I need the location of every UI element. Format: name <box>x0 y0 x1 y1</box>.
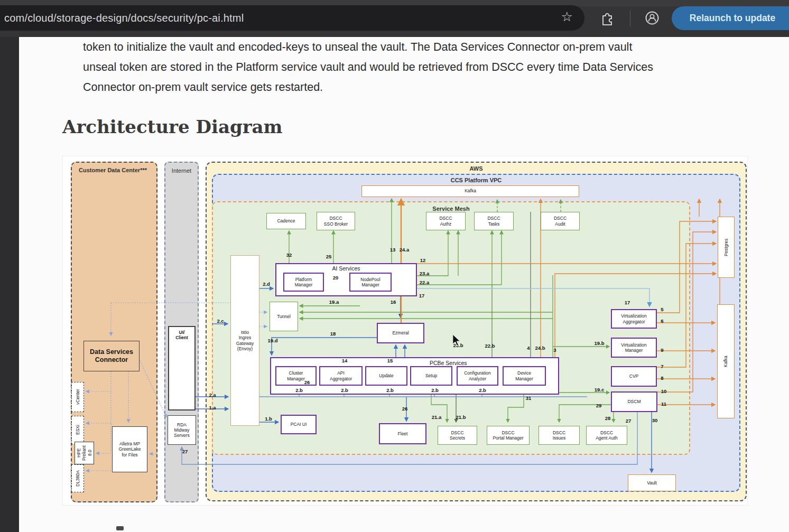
dscc-tasks-node: DSCC Tasks <box>474 212 514 230</box>
bookmark-star-icon[interactable]: ☆ <box>561 9 573 24</box>
istio-ingress-gateway-node: Istio Ingres Gateway (Envoy) <box>230 255 259 426</box>
vcenter-node: vCenter <box>71 382 84 412</box>
dscm-node: DSCM <box>611 391 657 412</box>
section-heading: Architecture Diagram <box>62 116 283 137</box>
edge-label-9: 9 <box>661 347 663 353</box>
cut-off-text <box>116 526 124 530</box>
edge-label-23.a: 23.a <box>420 270 430 276</box>
update-node: Update <box>365 366 407 386</box>
edge-label-26: 26 <box>304 379 310 385</box>
edge-label-2.b: 2.b <box>341 387 348 393</box>
edge-label-19.d: 19.d <box>267 338 277 343</box>
dscc-audit-node: DSCC Audit <box>541 212 580 230</box>
browser-toolbar: com/cloud/storage-design/docs/security/p… <box>0 0 789 37</box>
edge-label-10: 10 <box>661 388 667 394</box>
hpe-proliant-node: HPE Proliant 8.0 <box>75 442 94 464</box>
edge-label-2.b: 2.b <box>479 387 486 393</box>
left-dark-sidebar <box>0 37 19 532</box>
cadence-node: Cadence <box>266 213 306 229</box>
relaunch-button[interactable]: Relaunch to update <box>672 6 789 30</box>
edge-label-26: 26 <box>402 406 408 412</box>
fleet-node: Fleet <box>379 423 426 444</box>
body-paragraph: token to initialize the vault and encode… <box>83 37 765 97</box>
edge-label-16: 16 <box>391 299 396 305</box>
kafka-right-node: Kafka <box>717 304 735 418</box>
paragraph-line: unseal token are stored in the Platform … <box>83 57 765 77</box>
edge-label-22.b: 22.b <box>485 343 495 349</box>
profile-icon[interactable] <box>644 10 660 26</box>
dscc-issues-node: DSCC Issues <box>539 426 580 445</box>
virtualization-aggregator-node: Virtualization Aggregator <box>611 309 657 329</box>
ai-services-label: AI Services <box>276 265 416 272</box>
edge-label-2.a: 2.a <box>209 392 216 398</box>
setup-node: Setup <box>410 366 452 386</box>
edge-label-27: 27 <box>626 418 632 424</box>
extensions-icon[interactable] <box>599 10 615 26</box>
esxi-node: ESXi <box>71 416 84 444</box>
url-text[interactable]: com/cloud/storage-design/docs/security/p… <box>0 12 244 24</box>
edge-label-19.a: 19.a <box>329 299 339 305</box>
screen: { "browser": { "url": "com/cloud/storage… <box>0 0 789 532</box>
configuration-analyzer-node: Configuration Analyzer <box>457 366 498 386</box>
nodepool-manager-node: NodePool Manager <box>349 273 392 292</box>
edge-label-21.a: 21.a <box>432 414 442 420</box>
edge-label-2.b: 2.b <box>431 387 439 393</box>
edge-label-7: 7 <box>661 363 663 369</box>
alletra-node: Alletra MP GreenLake for Files <box>112 426 147 472</box>
dscc-agent-auth-node: DSCC Agent Auth <box>586 426 627 445</box>
edge-label-20: 20 <box>333 275 339 281</box>
toolbar-divider <box>630 11 630 26</box>
device-manager-node: Device Manager <box>503 366 546 386</box>
api-aggregator-node: API Aggregator <box>319 366 363 386</box>
edge-label-13: 13 <box>390 247 396 253</box>
platform-manager-node: Platform Manager <box>283 273 324 292</box>
rda-midway-node: RDA Midway Servers <box>168 415 196 445</box>
edge-label-4: 4 <box>527 345 530 351</box>
kafka-top-bar: Kafka <box>361 185 579 197</box>
edge-label-2.b: 2.b <box>295 387 303 393</box>
edge-label-28: 28 <box>605 415 611 421</box>
edge-label-5: 5 <box>661 306 663 312</box>
ezmeral-node: Ezmeral <box>377 323 424 343</box>
pcai-ui-node: PCAI UI <box>281 415 317 434</box>
dscc-sso-broker-node: DSCC SSO Broker <box>317 212 355 230</box>
ui-client-node: UI/ Client <box>168 326 196 410</box>
paragraph-line: Connector on-prem vault service gets res… <box>83 77 765 97</box>
edge-label-3: 3 <box>553 347 556 353</box>
edge-label-8: 8 <box>661 375 663 381</box>
mouse-cursor <box>451 334 462 347</box>
edge-label-19.b: 19.b <box>594 340 604 346</box>
edge-label-1.b: 1.b <box>265 416 272 422</box>
edge-label-19.c: 19.c <box>595 387 605 393</box>
virtualization-manager-node: Virtualization Manager <box>611 338 657 358</box>
edge-label-2.b: 2.b <box>386 387 394 393</box>
edge-label-27: 27 <box>182 449 188 454</box>
postgres-node: Postgres <box>718 217 735 278</box>
dscc-authz-node: DSCC Authz <box>426 212 466 230</box>
architecture-diagram: Customer Data Center*** Internet AWS CCS… <box>62 156 748 506</box>
edge-label-2.d: 2.d <box>263 281 270 287</box>
edge-label-1.a: 1.a <box>209 405 216 410</box>
edge-label-17: 17 <box>625 300 630 305</box>
vault-node: Vault <box>628 474 676 491</box>
dl380a-node: DL380A <box>71 464 84 492</box>
paragraph-line: token to initialize the vault and encode… <box>83 37 765 57</box>
edge-label-25: 25 <box>326 254 332 259</box>
url-bar[interactable]: com/cloud/storage-design/docs/security/p… <box>0 5 584 31</box>
dscc-secrets-node: DSCC Secrets <box>438 426 477 445</box>
edge-label-29: 29 <box>596 403 602 408</box>
edge-label-24.b: 24.b <box>535 345 545 351</box>
edge-label-21.b: 21.b <box>456 414 466 420</box>
pcbe-services-label: PCBe Services <box>430 360 467 366</box>
edge-label-24.a: 24.a <box>400 247 410 253</box>
edge-label-18: 18 <box>330 331 336 337</box>
edge-label-2.c: 2.c <box>217 318 224 324</box>
tunnel-node: Tunnel <box>270 302 298 331</box>
data-services-connector-node: Data Services Connector <box>83 341 140 371</box>
cvp-node: CVP <box>611 366 657 387</box>
cluster-manager-node: Cluster Manager <box>275 366 317 386</box>
edge-label-15: 15 <box>387 358 393 363</box>
dscc-portal-manager-node: DSCC Portal Manager <box>487 426 530 445</box>
edge-label-32: 32 <box>286 252 292 258</box>
edge-label-12: 12 <box>420 257 426 263</box>
